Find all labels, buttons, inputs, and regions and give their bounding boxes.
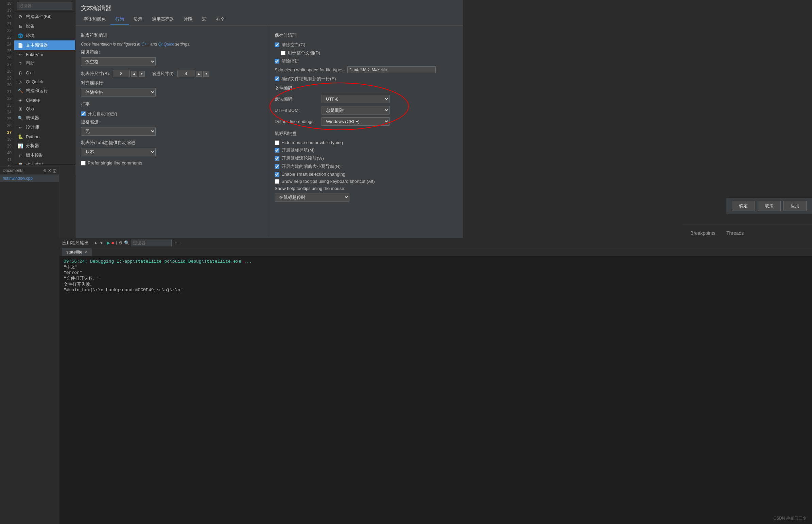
smart-sel-checkbox[interactable] [275,172,279,177]
output-gear-btn[interactable]: ⚙ [119,240,123,245]
watermark: CSDN @杨门三少 [773,515,807,521]
ok-button[interactable]: 确定 [732,201,755,211]
apply-button[interactable]: 应用 [783,201,807,211]
cancel-button[interactable]: 取消 [758,201,781,211]
sidebar-filter-input[interactable] [17,2,72,10]
sidebar-item-环境[interactable]: 🌐 环境 [14,31,75,40]
output-stop-btn[interactable]: ■ [112,240,114,245]
sidebar-item-构建和运行[interactable]: 🔨 构建和运行 [14,86,75,96]
indent-size-spinner: ▲ ▼ [177,70,209,77]
help-kb-checkbox[interactable] [275,179,279,184]
prefer-single-checkbox[interactable] [81,161,86,165]
sidebar-item-Qbs[interactable]: ⊞ Qbs [14,104,75,113]
output-tab-statellite[interactable]: statellite ✕ [62,248,92,256]
sidebar-item-Qt Quick[interactable]: ▷ Qt Quick [14,77,75,86]
output-down-btn[interactable]: ▼ [99,240,104,245]
sidebar-icon-10: ⊞ [18,106,23,112]
hide-mouse-checkbox[interactable] [275,140,279,145]
doc-panel-close-btn[interactable]: ✕ [48,168,51,173]
clean-ws-checkbox[interactable] [275,43,279,47]
prefer-single-label: Prefer single line comments [88,160,142,165]
doc-panel-sync-btn[interactable]: ⊕ [43,168,47,173]
smart-sel-row: Enable smart selection changing [275,171,457,177]
output-next-btn[interactable]: ⟩ [116,240,117,245]
sidebar-item-版本控制[interactable]: ⊏ 版本控制 [14,150,75,160]
clean-indent-checkbox[interactable] [275,59,279,64]
tab-size-input[interactable] [113,70,130,77]
file-encoding-section: 文件编码 默认编码: UTF-8 UTF-8 BOM: 总是删除 Default… [275,85,457,126]
settings-tab-片段[interactable]: 片段 [179,14,197,25]
settings-tab-补全[interactable]: 补全 [211,14,229,25]
indent-size-down[interactable]: ▼ [203,71,209,77]
typing-label: 打字 [81,101,263,108]
sidebar-item-构建套件(Kit)[interactable]: ⚙ 构建套件(Kit) [14,12,75,21]
indent-size-up[interactable]: ▲ [196,71,202,77]
mouse-nav-checkbox[interactable] [275,148,279,152]
threads-tab[interactable]: Threads [721,229,748,238]
entire-doc-checkbox[interactable] [281,51,286,55]
tab-auto-section: 制表符(Tab键)提供自动缩进: 从不 [81,140,263,156]
tab-auto-select[interactable]: 从不 [81,148,156,156]
indent-size-input[interactable] [177,70,194,77]
line-ending-select[interactable]: Windows (CRLF) [322,117,390,126]
auto-indent-checkbox[interactable] [81,112,86,116]
output-add-btn[interactable]: + [175,240,177,245]
sidebar-icon-15: ⊏ [18,152,23,158]
sidebar-item-设备[interactable]: 🖥 设备 [14,21,75,31]
settings-tab-通用高亮器[interactable]: 通用高亮器 [147,14,179,25]
settings-tabs: 字体和颜色行为显示通用高亮器片段宏补全 [76,14,463,26]
cpp-link[interactable]: C++ [141,42,149,47]
tab-size-up[interactable]: ▲ [131,71,137,77]
align-cont-select[interactable]: 伴随空格 [81,88,156,97]
sidebar-item-设计师[interactable]: ✏ 设计师 [14,123,75,132]
builtin-zoom-checkbox[interactable] [275,164,279,169]
sidebar-item-调试器[interactable]: 🔍 调试器 [14,113,75,123]
line-ending-label: Default line endings: [275,119,319,124]
output-filter-input[interactable] [131,240,172,246]
ensure-newline-checkbox[interactable] [275,77,279,81]
scroll-zoom-row: 开启鼠标滚轮缩放(W) [275,155,457,161]
sidebar-item-帮助[interactable]: ? 帮助 [14,59,75,68]
sidebar-icon-6: {} [18,70,23,76]
sidebar-icon-7: ▷ [18,79,23,84]
file-encoding-title: 文件编码 [275,85,457,92]
settings-tab-行为[interactable]: 行为 [111,14,129,25]
scroll-zoom-checkbox[interactable] [275,156,279,161]
utf8-bom-select[interactable]: 总是删除 [322,106,390,115]
output-up-btn[interactable]: ▲ [94,240,98,245]
settings-tab-宏[interactable]: 宏 [197,14,211,25]
sidebar-item-分析器[interactable]: 📊 分析器 [14,141,75,150]
output-minus-btn[interactable]: − [178,240,181,245]
dialog-buttons: 确定 取消 应用 [726,198,812,214]
unindent-select[interactable]: 无 [81,127,156,135]
indent-strategy-select[interactable]: 仅空格 [81,58,156,66]
output-tab-close[interactable]: ✕ [85,250,88,254]
clean-ws-row: 清除空白(C) [275,42,457,48]
tab-size-spinner: ▲ ▼ [113,70,145,77]
doc-panel: Documents ⊕ ✕ ◱ mainwindow.cpp [0,166,60,238]
doc-panel-expand-btn[interactable]: ◱ [53,168,56,173]
output-run-btn[interactable]: ▶ [107,240,110,245]
sidebar-label-5: 帮助 [26,61,72,67]
ensure-newline-row: 确保文件结尾有新的一行(E) [275,76,457,82]
help-mouse-select[interactable]: 在鼠标悬停时 [275,193,350,201]
default-enc-select[interactable]: UTF-8 [322,95,390,103]
sidebar-icon-13: 🐍 [18,134,23,139]
settings-tab-显示[interactable]: 显示 [129,14,147,25]
prefer-single-row: Prefer single line comments [81,160,263,165]
sidebar-item-文本编辑器[interactable]: 📄 文本编辑器 [14,40,75,50]
skip-ws-input[interactable] [347,66,436,73]
sidebar-item-Python[interactable]: 🐍 Python [14,132,75,141]
doc-panel-file[interactable]: mainwindow.cpp [0,175,59,182]
ensure-newline-label: 确保文件结尾有新的一行(E) [281,76,336,82]
qtquick-link[interactable]: Qt Quick [158,42,174,47]
sidebar-item-FakeVim[interactable]: ✏ FakeVim [14,50,75,59]
breakpoints-tab[interactable]: Breakpoints [685,229,720,238]
sidebar-label-6: C++ [26,70,72,76]
sidebar-item-CMake[interactable]: ◈ CMake [14,96,75,104]
tab-size-down[interactable]: ▼ [139,71,145,77]
sidebar-item-C++[interactable]: {} C++ [14,68,75,77]
output-search-btn[interactable]: 🔍 [124,240,130,245]
bp-threads-bar: Breakpoints Threads [683,224,812,238]
settings-tab-字体和颜色[interactable]: 字体和颜色 [79,14,111,25]
